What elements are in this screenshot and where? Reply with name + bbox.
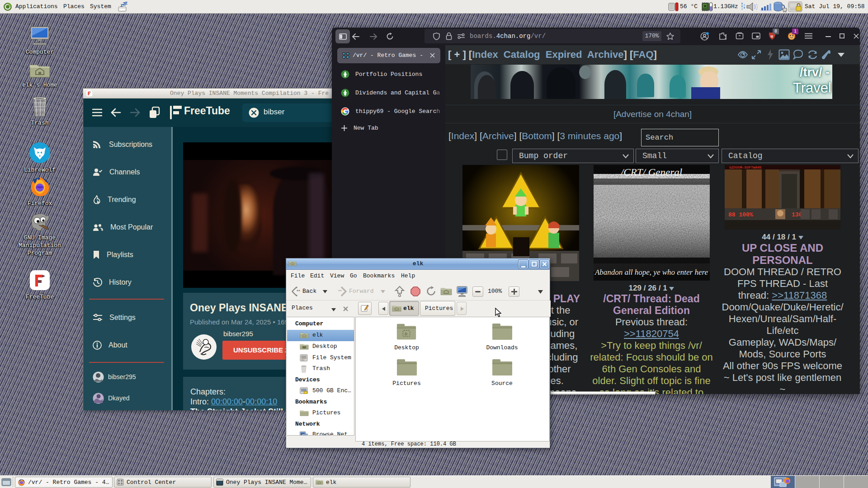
svg-text:88 100%: 88 100%: [728, 211, 753, 218]
svg-text:Abandon all hope, ye who enter: Abandon all hope, ye who enter here: [594, 268, 708, 277]
svg-text:u: u: [771, 34, 773, 39]
svg-text:D: D: [405, 332, 407, 337]
svg-text:/CRT/ General: /CRT/ General: [619, 167, 682, 178]
svg-text:z: z: [125, 1, 128, 6]
svg-text:GZDOOM-SOFTWARE: GZDOOM-SOFTWARE: [729, 165, 762, 169]
